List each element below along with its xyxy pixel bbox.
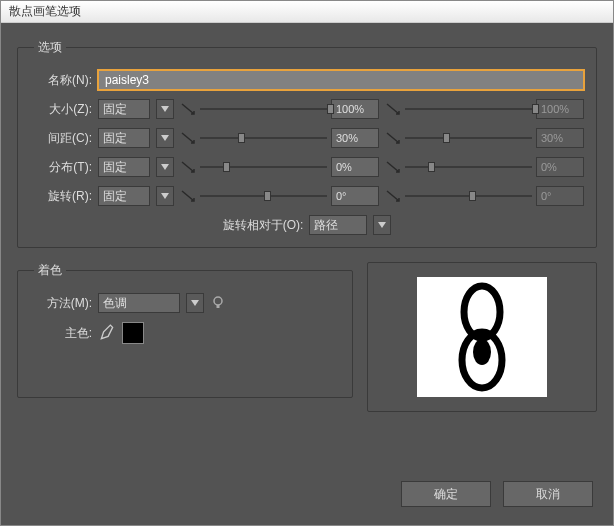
colorize-legend: 着色 [34, 262, 66, 279]
slider-group-1: 30% [180, 128, 379, 148]
mode-dropdown[interactable] [156, 99, 174, 119]
method-label: 方法(M): [30, 295, 92, 312]
value-2: 30% [536, 128, 584, 148]
flip-icon[interactable] [180, 189, 196, 203]
method-select[interactable]: 色调 [98, 293, 180, 313]
option-row: 分布(T):固定0%0% [30, 157, 584, 177]
svg-point-4 [473, 339, 491, 365]
svg-rect-1 [217, 305, 220, 308]
chevron-down-icon [161, 164, 169, 170]
name-row: 名称(N): [30, 70, 584, 90]
slider-1[interactable] [200, 102, 327, 116]
mode-select[interactable]: 固定 [98, 99, 150, 119]
method-row: 方法(M): 色调 [30, 293, 340, 313]
button-bar: 确定 取消 [401, 481, 593, 507]
mode-select[interactable]: 固定 [98, 157, 150, 177]
slider-2 [405, 189, 532, 203]
options-fieldset: 选项 名称(N): 大小(Z):固定100%100%间距(C):固定30%30%… [17, 39, 597, 248]
eyedropper-icon[interactable] [98, 324, 116, 342]
option-label: 旋转(R): [30, 188, 92, 205]
value-2: 0° [536, 186, 584, 206]
chevron-down-icon [161, 193, 169, 199]
value-1[interactable]: 30% [331, 128, 379, 148]
method-dropdown[interactable] [186, 293, 204, 313]
rotate-relative-row: 旋转相对于(O): 路径 [30, 215, 584, 235]
name-label: 名称(N): [30, 72, 92, 89]
option-label: 分布(T): [30, 159, 92, 176]
colorize-fieldset: 着色 方法(M): 色调 主色: [17, 262, 353, 398]
mode-dropdown[interactable] [156, 186, 174, 206]
option-row: 间距(C):固定30%30% [30, 128, 584, 148]
svg-point-0 [214, 297, 222, 305]
flip-icon [385, 189, 401, 203]
chevron-down-icon [378, 222, 386, 228]
chevron-down-icon [161, 106, 169, 112]
slider-group-2: 30% [385, 128, 584, 148]
value-1[interactable]: 0° [331, 186, 379, 206]
slider-group-2: 100% [385, 99, 584, 119]
preview-canvas [417, 277, 547, 397]
chevron-down-icon [161, 135, 169, 141]
slider-2 [405, 160, 532, 174]
titlebar: 散点画笔选项 [1, 1, 613, 23]
mode-select[interactable]: 固定 [98, 128, 150, 148]
value-1[interactable]: 0% [331, 157, 379, 177]
option-row: 旋转(R):固定0°0° [30, 186, 584, 206]
slider-group-2: 0° [385, 186, 584, 206]
rotate-rel-dropdown[interactable] [373, 215, 391, 235]
method-value: 色调 [103, 295, 127, 312]
slider-2 [405, 102, 532, 116]
cancel-button[interactable]: 取消 [503, 481, 593, 507]
rotate-rel-select[interactable]: 路径 [309, 215, 367, 235]
keycolor-row: 主色: [30, 322, 340, 344]
lower-container: 着色 方法(M): 色调 主色: [17, 262, 597, 412]
dialog-title: 散点画笔选项 [9, 4, 81, 18]
mode-select[interactable]: 固定 [98, 186, 150, 206]
dialog-body: 选项 名称(N): 大小(Z):固定100%100%间距(C):固定30%30%… [1, 23, 613, 525]
keycolor-swatch[interactable] [122, 322, 144, 344]
slider-group-1: 0° [180, 186, 379, 206]
value-2: 100% [536, 99, 584, 119]
option-row: 大小(Z):固定100%100% [30, 99, 584, 119]
ok-button[interactable]: 确定 [401, 481, 491, 507]
value-2: 0% [536, 157, 584, 177]
option-label: 大小(Z): [30, 101, 92, 118]
preview-panel [367, 262, 597, 412]
flip-icon[interactable] [180, 131, 196, 145]
rotate-rel-value: 路径 [314, 217, 338, 234]
scatter-brush-dialog: 散点画笔选项 选项 名称(N): 大小(Z):固定100%100%间距(C):固… [0, 0, 614, 526]
rotate-rel-label: 旋转相对于(O): [223, 217, 304, 234]
slider-group-2: 0% [385, 157, 584, 177]
slider-2 [405, 131, 532, 145]
slider-group-1: 0% [180, 157, 379, 177]
tip-icon[interactable] [210, 295, 226, 311]
name-input[interactable] [98, 70, 584, 90]
brush-preview-icon [442, 282, 522, 392]
option-label: 间距(C): [30, 130, 92, 147]
flip-icon[interactable] [180, 102, 196, 116]
slider-1[interactable] [200, 131, 327, 145]
chevron-down-icon [191, 300, 199, 306]
slider-group-1: 100% [180, 99, 379, 119]
options-legend: 选项 [34, 39, 66, 56]
flip-icon [385, 102, 401, 116]
value-1[interactable]: 100% [331, 99, 379, 119]
flip-icon [385, 160, 401, 174]
mode-dropdown[interactable] [156, 157, 174, 177]
slider-1[interactable] [200, 189, 327, 203]
keycolor-label: 主色: [30, 325, 92, 342]
flip-icon[interactable] [180, 160, 196, 174]
slider-1[interactable] [200, 160, 327, 174]
mode-dropdown[interactable] [156, 128, 174, 148]
flip-icon [385, 131, 401, 145]
